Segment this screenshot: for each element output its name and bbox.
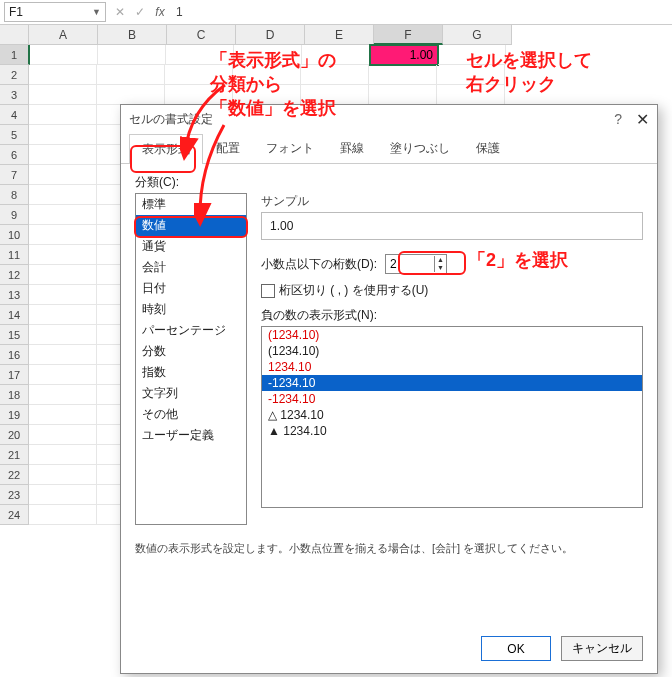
decimal-places-input[interactable]	[386, 255, 434, 273]
cell[interactable]	[233, 65, 301, 85]
cell[interactable]	[29, 405, 97, 425]
cancel-button[interactable]: キャンセル	[561, 636, 643, 661]
cell[interactable]	[301, 85, 369, 105]
cell[interactable]	[301, 65, 369, 85]
cell[interactable]	[29, 425, 97, 445]
row-header[interactable]: 16	[0, 345, 29, 365]
col-header[interactable]: D	[236, 25, 305, 45]
cell[interactable]	[29, 205, 97, 225]
spinner-down-icon[interactable]: ▼	[435, 264, 446, 272]
tab-alignment[interactable]: 配置	[203, 133, 253, 163]
row-header[interactable]: 20	[0, 425, 29, 445]
fx-icon[interactable]: fx	[150, 5, 170, 19]
cell[interactable]	[29, 325, 97, 345]
name-box-dropdown-icon[interactable]: ▼	[92, 7, 101, 17]
category-item[interactable]: 時刻	[136, 299, 246, 320]
cell[interactable]	[165, 85, 233, 105]
category-item[interactable]: 標準	[136, 194, 246, 215]
thousands-separator-checkbox[interactable]	[261, 284, 275, 298]
close-icon[interactable]: ✕	[636, 110, 649, 129]
col-header[interactable]: B	[98, 25, 167, 45]
cell[interactable]	[29, 305, 97, 325]
row-header[interactable]: 15	[0, 325, 29, 345]
category-item[interactable]: 分数	[136, 341, 246, 362]
tab-number-format[interactable]: 表示形式	[129, 134, 203, 164]
row-header[interactable]: 1	[0, 45, 30, 65]
negative-format-item[interactable]: -1234.10	[262, 391, 642, 407]
ok-button[interactable]: OK	[481, 636, 551, 661]
negative-format-item[interactable]: (1234.10)	[262, 327, 642, 343]
cell[interactable]	[29, 385, 97, 405]
category-item[interactable]: 会計	[136, 257, 246, 278]
cell[interactable]	[97, 85, 165, 105]
category-item[interactable]: ユーザー定義	[136, 425, 246, 446]
cell[interactable]	[29, 85, 97, 105]
category-item[interactable]: 指数	[136, 362, 246, 383]
cell[interactable]: 1.00	[370, 45, 438, 65]
negative-format-item[interactable]: △ 1234.10	[262, 407, 642, 423]
cell[interactable]	[29, 285, 97, 305]
category-item[interactable]: 日付	[136, 278, 246, 299]
select-all-corner[interactable]	[0, 25, 29, 45]
col-header[interactable]: F	[374, 25, 443, 45]
spinner-up-icon[interactable]: ▲	[435, 256, 446, 264]
tab-border[interactable]: 罫線	[327, 133, 377, 163]
cell[interactable]	[29, 265, 97, 285]
row-header[interactable]: 24	[0, 505, 29, 525]
row-header[interactable]: 2	[0, 65, 29, 85]
cell[interactable]	[437, 65, 505, 85]
row-header[interactable]: 7	[0, 165, 29, 185]
cell[interactable]	[29, 445, 97, 465]
cell[interactable]	[29, 65, 97, 85]
cell[interactable]	[166, 45, 234, 65]
cell[interactable]	[29, 185, 97, 205]
tab-font[interactable]: フォント	[253, 133, 327, 163]
col-header[interactable]: C	[167, 25, 236, 45]
cell[interactable]	[29, 505, 97, 525]
row-header[interactable]: 22	[0, 465, 29, 485]
category-item[interactable]: 数値	[136, 215, 246, 236]
cell[interactable]	[437, 85, 505, 105]
cell[interactable]	[29, 245, 97, 265]
cell[interactable]	[233, 85, 301, 105]
row-header[interactable]: 19	[0, 405, 29, 425]
help-icon[interactable]: ?	[614, 111, 622, 127]
category-item[interactable]: パーセンテージ	[136, 320, 246, 341]
cell[interactable]	[29, 465, 97, 485]
cell[interactable]	[438, 45, 506, 65]
cell[interactable]	[369, 65, 437, 85]
cell[interactable]	[98, 45, 166, 65]
category-item[interactable]: 文字列	[136, 383, 246, 404]
tab-fill[interactable]: 塗りつぶし	[377, 133, 463, 163]
row-header[interactable]: 6	[0, 145, 29, 165]
category-item[interactable]: その他	[136, 404, 246, 425]
negative-format-item[interactable]: ▲ 1234.10	[262, 423, 642, 439]
row-header[interactable]: 14	[0, 305, 29, 325]
cell[interactable]	[165, 65, 233, 85]
cell[interactable]	[369, 85, 437, 105]
category-item[interactable]: 通貨	[136, 236, 246, 257]
negative-format-list[interactable]: (1234.10)(1234.10)1234.10-1234.10-1234.1…	[261, 326, 643, 508]
row-header[interactable]: 4	[0, 105, 29, 125]
row-header[interactable]: 18	[0, 385, 29, 405]
negative-format-item[interactable]: 1234.10	[262, 359, 642, 375]
cell[interactable]	[29, 365, 97, 385]
cell[interactable]	[302, 45, 370, 65]
col-header[interactable]: G	[443, 25, 512, 45]
cell[interactable]	[30, 45, 98, 65]
row-header[interactable]: 11	[0, 245, 29, 265]
row-header[interactable]: 8	[0, 185, 29, 205]
name-box[interactable]: F1 ▼	[4, 2, 106, 22]
row-header[interactable]: 9	[0, 205, 29, 225]
negative-format-item[interactable]: (1234.10)	[262, 343, 642, 359]
row-header[interactable]: 13	[0, 285, 29, 305]
decimal-places-spinner[interactable]: ▲ ▼	[385, 254, 447, 274]
row-header[interactable]: 23	[0, 485, 29, 505]
row-header[interactable]: 21	[0, 445, 29, 465]
col-header[interactable]: A	[29, 25, 98, 45]
dialog-titlebar[interactable]: セルの書式設定 ? ✕	[121, 105, 657, 133]
tab-protection[interactable]: 保護	[463, 133, 513, 163]
category-list[interactable]: 標準数値通貨会計日付時刻パーセンテージ分数指数文字列その他ユーザー定義	[135, 193, 247, 525]
row-header[interactable]: 12	[0, 265, 29, 285]
cell[interactable]	[29, 485, 97, 505]
